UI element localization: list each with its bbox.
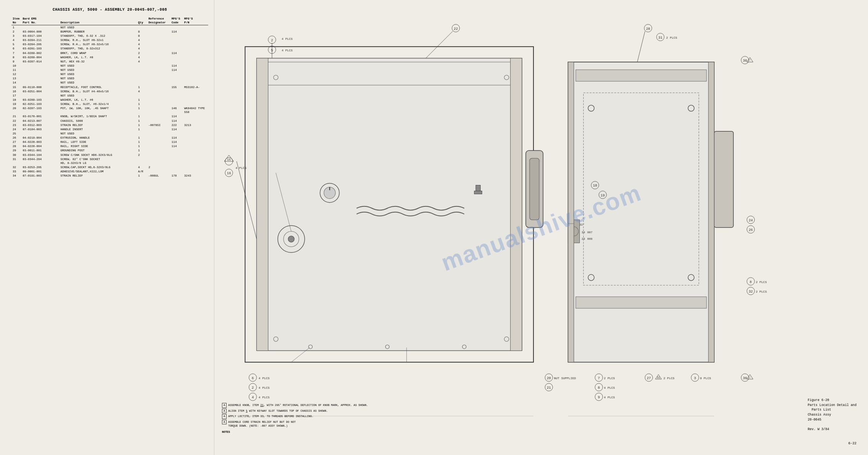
svg-text:20: 20 bbox=[547, 376, 551, 380]
notes-section: A ASSEMBLE KNOB, ITEM 21, WITH 295° ROTA… bbox=[222, 403, 368, 434]
header-part: Bard EMSPart No. bbox=[21, 16, 59, 25]
drawing-panel: manualshive.com bbox=[214, 0, 868, 455]
svg-line-42 bbox=[426, 31, 453, 58]
svg-text:8: 8 bbox=[598, 386, 600, 390]
svg-text:2 PLCS: 2 PLCS bbox=[756, 280, 767, 284]
table-row: 2103-0170-001KNOB, W/SKIRT, 1/8DIA SHAFT… bbox=[11, 115, 208, 119]
svg-line-58 bbox=[237, 161, 256, 239]
svg-text:4 PLCS: 4 PLCS bbox=[259, 396, 270, 399]
figure-number: Figure 6-20 bbox=[808, 398, 857, 403]
figure-title-3: Chassis Assy bbox=[808, 412, 857, 417]
svg-text:15: 15 bbox=[227, 158, 231, 161]
table-row: 3309-0001-001ADHESIVE/SEALANT,#222,LOMA/… bbox=[11, 170, 208, 174]
table-row: 503-0284-205SCREW, R.H., SLOT #8-32x5/16… bbox=[11, 43, 208, 47]
table-row: 403-0284-211SCREW, R.H., SLOT #8-32x14 bbox=[11, 38, 208, 43]
svg-text:9: 9 bbox=[598, 395, 600, 399]
note-2: ALIGN ITEM 5 WITH KEYWAY SLOT TOWARDS TO… bbox=[228, 409, 328, 413]
svg-text:!: ! bbox=[749, 376, 751, 379]
svg-text:2: 2 bbox=[271, 38, 273, 43]
figure-caption: Figure 6-20 Parts Location Detail and Pa… bbox=[808, 398, 857, 432]
svg-text:26: 26 bbox=[749, 228, 753, 232]
figure-title-4: 20-0045 bbox=[808, 417, 857, 422]
svg-text:2 PLCS: 2 PLCS bbox=[663, 376, 674, 380]
svg-text:4 PLCS: 4 PLCS bbox=[259, 386, 270, 390]
table-row: 704-0289-002BRKT, CORD WRAP2114 bbox=[11, 51, 208, 55]
parts-list-panel: CHASSIS ASSY, 5000 - ASSEMBLY 20-0045-00… bbox=[0, 0, 214, 455]
svg-text:34: 34 bbox=[581, 231, 585, 234]
table-row: 2704-0220-003RAIL, LEFT SIDE1114 bbox=[11, 140, 208, 144]
table-row: 10NOT USED114 bbox=[11, 64, 208, 68]
table-row: 203-0004-000BUMPER, RUBBER8114 bbox=[11, 29, 208, 34]
table-row: 1902-0251-103SCREW, B.H., SLOT, #6-32x1/… bbox=[11, 102, 208, 106]
table-row: 2303-0312-003STRAIN RELIEF1-0078SI222321… bbox=[11, 123, 208, 127]
svg-text:NUT SUPPLIED: NUT SUPPLIED bbox=[554, 376, 576, 380]
svg-rect-22 bbox=[568, 62, 714, 362]
table-row: 1803-0289-103WASHER, LK, L.T. #61 bbox=[11, 98, 208, 102]
svg-text:!: ! bbox=[749, 59, 751, 62]
svg-text:4 PLCS: 4 PLCS bbox=[259, 376, 270, 380]
svg-text:8: 8 bbox=[750, 280, 752, 284]
header-ref: ReferenceDesignator bbox=[147, 16, 170, 25]
table-row: 2804-0220-004RAIL, RIGHT SIDE1114 bbox=[11, 144, 208, 149]
svg-text:3: 3 bbox=[694, 376, 696, 380]
header-desc: Description bbox=[59, 16, 137, 25]
header-mfg-pn: MFG'SP/N bbox=[183, 16, 208, 25]
figure-rev: Rev. W 3/84 bbox=[808, 427, 857, 432]
svg-rect-6 bbox=[530, 158, 539, 220]
figure-title-2: Parts List bbox=[808, 408, 857, 412]
figure-title-1: Parts Location Detail and bbox=[808, 403, 857, 408]
svg-text:8 PLCS: 8 PLCS bbox=[700, 376, 711, 380]
table-row: 1603-0251-004SCREW, B.H., SLOT #4-40x5/1… bbox=[11, 89, 208, 93]
svg-text:4 PLCS: 4 PLCS bbox=[282, 37, 293, 41]
svg-text:2 PLCS: 2 PLCS bbox=[756, 290, 767, 293]
svg-rect-3 bbox=[257, 58, 268, 351]
svg-point-9 bbox=[288, 236, 294, 242]
svg-text:32: 32 bbox=[749, 290, 753, 294]
svg-text:4 PLCS: 4 PLCS bbox=[604, 386, 615, 390]
svg-rect-1 bbox=[257, 58, 522, 351]
svg-text:2 PLCS: 2 PLCS bbox=[604, 376, 615, 380]
table-row: 12NOT USED bbox=[11, 72, 208, 77]
table-row: 803-0289-004WASHER, LK, L.T. #84 bbox=[11, 55, 208, 59]
table-row: 3407-0191-003STRAIN RELIEF1-008UL1783243 bbox=[11, 174, 208, 178]
table-row: 14NOT USED bbox=[11, 81, 208, 85]
table-row: 17NOT USED bbox=[11, 93, 208, 98]
svg-text:31: 31 bbox=[658, 36, 662, 40]
svg-text:32°: 32° bbox=[579, 223, 584, 226]
header-item: ItemNo bbox=[11, 16, 21, 25]
table-row: 1509-0110-000RECEPTACLE, FOOT CONTROL115… bbox=[11, 85, 208, 89]
svg-rect-25 bbox=[714, 131, 733, 228]
svg-text:2: 2 bbox=[252, 386, 254, 390]
svg-text:30: 30 bbox=[743, 376, 747, 380]
table-row: 1NOT USED bbox=[11, 25, 208, 30]
svg-text:4: 4 bbox=[252, 395, 254, 399]
header-mfg-code: MFG'SCode bbox=[170, 16, 183, 25]
svg-text:007: 007 bbox=[587, 231, 593, 234]
svg-text:16: 16 bbox=[227, 171, 231, 175]
svg-text:28: 28 bbox=[646, 27, 650, 31]
svg-text:31: 31 bbox=[657, 376, 660, 379]
svg-text:008: 008 bbox=[587, 237, 593, 241]
parts-table: ItemNo Bard EMSPart No. Description Qty … bbox=[11, 16, 208, 178]
table-row: 11NOT USED114 bbox=[11, 68, 208, 72]
assembly-title: CHASSIS ASSY, 5000 - ASSEMBLY 20-0045-00… bbox=[11, 8, 208, 12]
svg-text:23: 23 bbox=[581, 237, 585, 241]
header-qty: Qty bbox=[137, 16, 147, 25]
parts-table-body: 1NOT USED203-0004-000BUMPER, RUBBER81143… bbox=[11, 25, 208, 178]
table-row: 903-0287-014NUT, HEX #8-324 bbox=[11, 59, 208, 64]
svg-text:27: 27 bbox=[647, 376, 651, 380]
svg-rect-4 bbox=[511, 58, 522, 351]
svg-rect-33 bbox=[568, 62, 574, 362]
table-row: 3203-0253-205SCREW,CAP,SOCKT HD,8-32X3/8… bbox=[11, 165, 208, 169]
table-row: 2407-0184-003HANDLE INSERT1114 bbox=[11, 127, 208, 131]
svg-line-45 bbox=[637, 31, 645, 62]
note-3: APPLY LOCTITE, ITEM 33, TO THREADS BEFOR… bbox=[228, 414, 313, 419]
svg-text:2 PLCS: 2 PLCS bbox=[666, 36, 677, 39]
table-row: 3003-0344-104SCREW C/SNK SOCKT HD6-32X3/… bbox=[11, 153, 208, 157]
table-row: 13NOT USED bbox=[11, 77, 208, 81]
svg-rect-24 bbox=[576, 297, 706, 308]
svg-text:18: 18 bbox=[593, 184, 597, 188]
svg-text:19: 19 bbox=[600, 193, 605, 198]
technical-drawing: 2 4 PLCS 5 4 PLCS 22 28 31 2 PLCS 30 ! 1 bbox=[214, 0, 868, 455]
table-row: 2002-0287-103POT, 1W, 10K, 10K, .45 SHAF… bbox=[11, 106, 208, 115]
